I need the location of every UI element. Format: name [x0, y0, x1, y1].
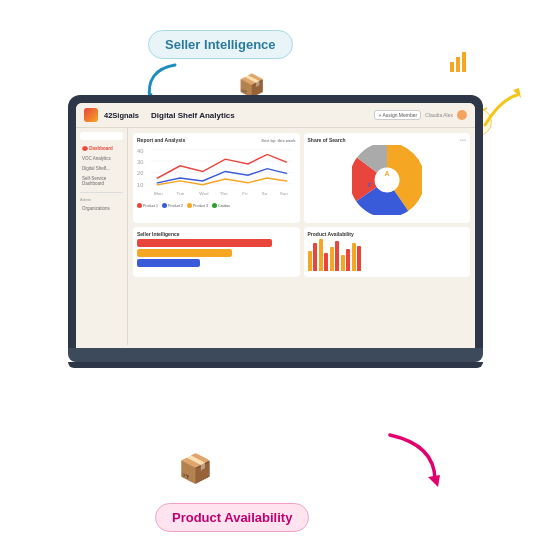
legend-catalan: Catalan	[212, 203, 230, 208]
legend-dot-product3	[187, 203, 192, 208]
assign-member-button[interactable]: + Assign Member	[374, 110, 421, 120]
svg-text:Mon: Mon	[154, 191, 164, 196]
seller-bar-1	[137, 239, 272, 247]
svg-text:Sun: Sun	[280, 191, 289, 196]
bar-2b	[324, 253, 328, 271]
legend-dot-product2	[162, 203, 167, 208]
seller-bar-3	[137, 259, 200, 267]
bar-group-4	[341, 249, 350, 271]
bar-group-2	[319, 239, 328, 271]
svg-text:Fri: Fri	[242, 191, 247, 196]
dashboard-body: 🔴 Dashboard VOC Analytics Digital Shelf.…	[76, 128, 475, 345]
report-panel-header: Report and Analysis Sort by: this week	[137, 137, 296, 143]
sidebar-item-self-service[interactable]: Self-Service Dashboard	[80, 174, 123, 188]
svg-text:Wed: Wed	[199, 191, 209, 196]
bar-chart-icon-top	[450, 50, 472, 77]
bar-group-3	[330, 241, 339, 271]
svg-text:Tue: Tue	[177, 191, 185, 196]
bar-5b	[357, 246, 361, 271]
svg-text:F: F	[368, 182, 372, 188]
laptop-screen: 42Signals Digital Shelf Analytics + Assi…	[76, 103, 475, 348]
page-title: Digital Shelf Analytics	[151, 111, 235, 120]
svg-text:20: 20	[137, 171, 143, 176]
bar-4b	[346, 249, 350, 271]
product-bar-chart	[308, 239, 467, 271]
svg-line-9	[483, 108, 487, 110]
report-analysis-panel: Report and Analysis Sort by: this week 4…	[133, 133, 300, 223]
svg-text:Thu: Thu	[220, 191, 229, 196]
bar-5a	[352, 243, 356, 271]
svg-marker-33	[428, 475, 440, 487]
seller-bar-2	[137, 249, 232, 257]
user-name: Claudia Alex	[425, 112, 453, 118]
laptop-screen-outer: 42Signals Digital Shelf Analytics + Assi…	[68, 95, 483, 348]
header-right: + Assign Member Claudia Alex	[374, 110, 467, 120]
svg-text:30: 30	[137, 159, 143, 164]
share-panel-header: Share of Search •••	[308, 137, 467, 143]
brand-logo	[84, 108, 98, 122]
laptop-base	[68, 348, 483, 362]
bar-1b	[313, 243, 317, 271]
legend-product2: Product 2	[162, 203, 183, 208]
sidebar: 🔴 Dashboard VOC Analytics Digital Shelf.…	[76, 128, 128, 345]
legend-dot-product1	[137, 203, 142, 208]
sidebar-item-voc[interactable]: VOC Analytics	[80, 154, 123, 163]
legend-dot-catalan	[212, 203, 217, 208]
product-panel-header: Product Availability	[308, 231, 467, 237]
product-availability-panel: Product Availability	[304, 227, 471, 277]
bar-group-1	[308, 243, 317, 271]
bar-group-5	[352, 243, 361, 271]
share-of-search-panel: Share of Search •••	[304, 133, 471, 223]
seller-panel-header: Seller Intelligence	[137, 231, 296, 237]
svg-text:40: 40	[137, 148, 143, 153]
sidebar-item-digital[interactable]: Digital Shelf...	[80, 164, 123, 173]
dashboard-main: Report and Analysis Sort by: this week 4…	[128, 128, 475, 345]
seller-bars	[137, 239, 296, 267]
pie-chart: A F	[352, 145, 422, 215]
box-icon-bottom: 📦	[178, 452, 213, 485]
panels-grid: Report and Analysis Sort by: this week 4…	[133, 133, 470, 277]
bar-4a	[341, 255, 345, 271]
bar-3b	[335, 241, 339, 271]
legend-product1: Product 1	[137, 203, 158, 208]
brand-name: 42Signals	[104, 111, 139, 120]
svg-rect-2	[456, 57, 460, 72]
seller-intelligence-panel: Seller Intelligence	[133, 227, 300, 277]
yellow-arrow-icon	[475, 80, 530, 135]
line-chart: 40 30 20 10 Mon Tue Wed Thu Fri Sa	[137, 145, 296, 197]
bar-1a	[308, 251, 312, 271]
svg-text:A: A	[384, 170, 389, 177]
bar-3a	[330, 247, 334, 271]
pie-chart-container: A F	[308, 145, 467, 215]
svg-rect-3	[462, 52, 466, 72]
laptop: 42Signals Digital Shelf Analytics + Assi…	[68, 95, 483, 368]
pink-arrow-icon	[380, 425, 450, 495]
admin-label: Admin	[80, 197, 123, 202]
dashboard-header: 42Signals Digital Shelf Analytics + Assi…	[76, 103, 475, 128]
legend-product3: Product 3	[187, 203, 208, 208]
product-availability-label: Product Availability	[155, 503, 309, 532]
sidebar-search[interactable]	[80, 132, 123, 140]
chart-legend: Product 1 Product 2 Product 3	[137, 203, 296, 208]
avatar	[457, 110, 467, 120]
sidebar-item-organizations[interactable]: Organizations	[80, 204, 123, 213]
svg-rect-1	[450, 62, 454, 72]
sidebar-item-dashboard[interactable]: 🔴 Dashboard	[80, 144, 123, 153]
sidebar-divider	[80, 192, 123, 193]
svg-text:10: 10	[137, 182, 143, 187]
svg-text:Sa: Sa	[262, 191, 268, 196]
laptop-base-bottom	[68, 362, 483, 368]
bar-2a	[319, 239, 323, 271]
